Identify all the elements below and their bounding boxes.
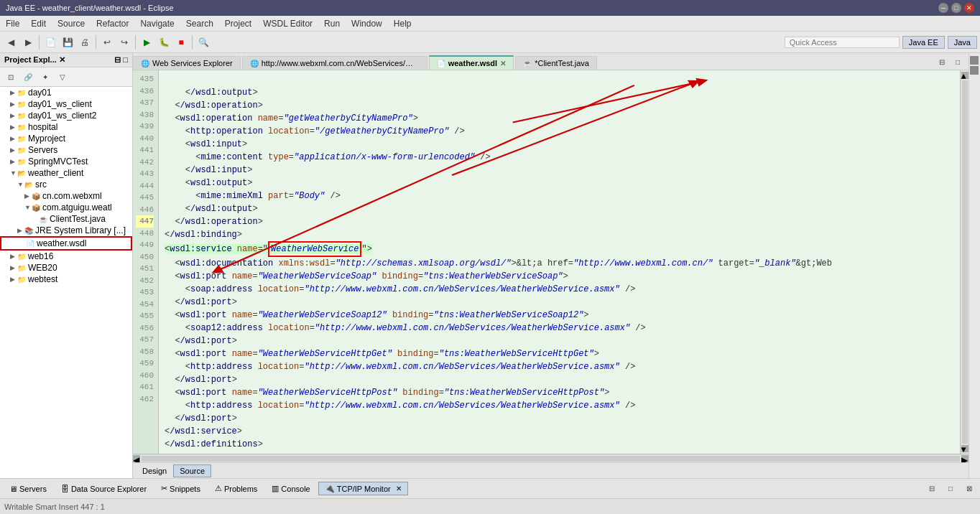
code-line-447: <wsdl:service name="WeatherWebService"> (165, 244, 372, 254)
tb-debug-button[interactable]: 🐛 (156, 34, 172, 50)
code-line-448: <wsdl:documentation xmlns:wsdl="http://s… (165, 258, 832, 268)
menu-wsdl-editor[interactable]: WSDL Editor (257, 17, 318, 30)
perspective-java-button[interactable]: Java (948, 36, 977, 49)
tree-item-springmvctest[interactable]: ▶ 📁 SpringMVCTest (0, 156, 132, 167)
tb-run-button[interactable]: ▶ (139, 34, 154, 50)
collapse-all-button[interactable]: ⊡ (3, 69, 19, 85)
bottom-bar-btn3[interactable]: ⊠ (961, 481, 977, 497)
tab-label-wsdl: weather.wsdl (448, 59, 497, 67)
menu-file[interactable]: File (0, 17, 25, 30)
tree-item-webtest[interactable]: ▶ 📁 webtest (0, 274, 132, 285)
tree-item-web20[interactable]: ▶ 📁 WEB20 (0, 262, 132, 274)
status-text: Writable Smart Insert 447 : 1 (4, 503, 105, 511)
tb-back-button[interactable]: ◀ (3, 34, 19, 50)
tree-item-com-atguigu[interactable]: ▼ 📦 com.atguigu.weatl (0, 202, 132, 213)
minimize-button[interactable]: ─ (938, 3, 948, 13)
tb-forward-button[interactable]: ▶ (20, 34, 36, 50)
tcpip-tab-close[interactable]: ✕ (396, 485, 402, 492)
tb-new-button[interactable]: 📄 (42, 34, 58, 50)
filter-button[interactable]: ▽ (55, 69, 70, 85)
code-scrollbar[interactable]: ▲ ▼ (960, 70, 969, 454)
close-button[interactable]: ✕ (964, 3, 974, 13)
tree-item-day01-ws-client[interactable]: ▶ 📁 day01_ws_client (0, 98, 132, 110)
wsdl-tab-close[interactable]: ✕ (500, 60, 506, 67)
code-line-450: <soap:address location="http://www.webxm… (165, 284, 635, 294)
bottom-bar-btn2[interactable]: □ (943, 481, 958, 497)
tab-web-services-explorer[interactable]: 🌐 Web Services Explorer (133, 56, 241, 70)
code-line-438: <http:operation location="/getWeatherbyC… (165, 126, 465, 136)
tab-weather-url[interactable]: 🌐 http://www.webxml.com.cn/WebServices/W… (242, 56, 427, 70)
tab-source[interactable]: Source (173, 464, 211, 477)
tree-item-weather-client[interactable]: ▼ 📂 weather_client (0, 167, 132, 179)
bottom-tab-console[interactable]: ▥ Console (265, 482, 316, 495)
tree-expand-servers: ▶ (10, 146, 17, 154)
tree-item-jre[interactable]: ▶ 📚 JRE System Library [...] (0, 225, 132, 236)
bottom-tab-data-source[interactable]: 🗄 Data Source Explorer (55, 482, 153, 495)
menu-source[interactable]: Source (52, 17, 91, 30)
scroll-thumb[interactable] (962, 80, 968, 444)
menu-refactor[interactable]: Refactor (91, 17, 134, 30)
problems-tab-label: Problems (224, 485, 257, 493)
tree-item-cn-webxml[interactable]: ▶ 📦 cn.com.webxml (0, 190, 132, 202)
tree-expand-myproject: ▶ (10, 135, 17, 142)
code-line-442: <wsdl:output> (165, 178, 252, 188)
tree-item-hospital[interactable]: ▶ 📁 hospital (0, 121, 132, 133)
tree-item-src[interactable]: ▼ 📂 src (0, 179, 132, 190)
bottom-tab-servers[interactable]: 🖥 Servers (3, 482, 53, 495)
code-editor[interactable]: 435 436 437 438 439 440 441 442 443 444 … (133, 70, 969, 454)
tb-print-button[interactable]: 🖨 (77, 34, 93, 50)
tree-item-clienttest[interactable]: ☕ ClientTest.java (0, 213, 132, 225)
scroll-left-btn[interactable]: ◀ (133, 455, 140, 462)
new-button[interactable]: ✦ (37, 69, 53, 85)
tree-label-webtest: webtest (28, 274, 57, 284)
menu-navigate[interactable]: Navigate (134, 17, 180, 30)
scroll-down-btn[interactable]: ▼ (961, 445, 969, 452)
code-line-457: </wsdl:port> (165, 375, 237, 385)
right-icon-1[interactable] (970, 56, 979, 65)
tab-clienttest[interactable]: ☕ *ClientTest.java (515, 56, 597, 70)
bottom-tab-tcpip[interactable]: 🔌 TCP/IP Monitor ✕ (318, 482, 408, 495)
code-content[interactable]: </wsdl:output> </wsdl:operation> <wsdl:o… (159, 70, 960, 454)
tab-weather-wsdl[interactable]: 📄 weather.wsdl ✕ (429, 55, 514, 70)
menu-help[interactable]: Help (388, 17, 417, 30)
tree-label-weather: weather_client (28, 168, 83, 178)
bottom-bar-btn1[interactable]: ⊟ (924, 481, 940, 497)
bottom-tab-problems[interactable]: ⚠ Problems (208, 482, 264, 495)
menu-edit[interactable]: Edit (25, 17, 52, 30)
code-horizontal-scroll[interactable]: ◀ ▶ (133, 454, 969, 462)
bottom-tabs-bar: 🖥 Servers 🗄 Data Source Explorer ✂ Snipp… (0, 478, 980, 498)
scroll-up-btn[interactable]: ▲ (961, 72, 969, 79)
menu-project[interactable]: Project (219, 17, 257, 30)
menu-bar: File Edit Source Refactor Navigate Searc… (0, 16, 980, 32)
maximize-button[interactable]: □ (951, 3, 961, 13)
tab-maximize-button[interactable]: □ (950, 54, 966, 70)
tb-save-button[interactable]: 💾 (60, 34, 75, 50)
menu-search[interactable]: Search (180, 17, 219, 30)
tb-redo-button[interactable]: ↪ (116, 34, 132, 50)
right-icon-2[interactable] (970, 66, 979, 75)
tree-item-day01-ws-client2[interactable]: ▶ 📁 day01_ws_client2 (0, 110, 132, 121)
tree-item-servers[interactable]: ▶ 📁 Servers (0, 144, 132, 156)
link-editor-button[interactable]: 🔗 (20, 69, 36, 85)
h-scroll-thumb[interactable] (142, 456, 960, 462)
left-panel: Project Expl... ✕ ⊟ □ ⊡ 🔗 ✦ ▽ ▶ 📁 day01 … (0, 53, 133, 478)
bottom-tab-snippets[interactable]: ✂ Snippets (154, 482, 207, 495)
tb-search-button[interactable]: 🔍 (195, 34, 211, 50)
tb-stop-button[interactable]: ■ (173, 34, 189, 50)
menu-run[interactable]: Run (318, 17, 346, 30)
scroll-right-btn[interactable]: ▶ (961, 455, 969, 462)
menu-window[interactable]: Window (346, 17, 388, 30)
tree-item-day01[interactable]: ▶ 📁 day01 (0, 87, 132, 98)
tree-item-web16[interactable]: ▶ 📁 web16 (0, 251, 132, 262)
perspective-java-ee-button[interactable]: Java EE (902, 36, 945, 49)
title-text: Java EE - weather_client/weather.wsdl - … (6, 4, 174, 12)
quick-access-input[interactable] (785, 37, 900, 48)
tab-design[interactable]: Design (136, 464, 173, 477)
tree-item-weather-wsdl[interactable]: 📄 weather.wsdl (0, 236, 132, 251)
bottom-bar-right: ⊟ □ ⊠ (924, 481, 977, 497)
tb-undo-button[interactable]: ↩ (99, 34, 115, 50)
tab-minimize-button[interactable]: ⊟ (934, 54, 950, 70)
snippets-tab-icon: ✂ (161, 484, 167, 493)
tree-item-myproject[interactable]: ▶ 📁 Myproject (0, 133, 132, 144)
package-icon-com: 📦 (32, 204, 40, 212)
